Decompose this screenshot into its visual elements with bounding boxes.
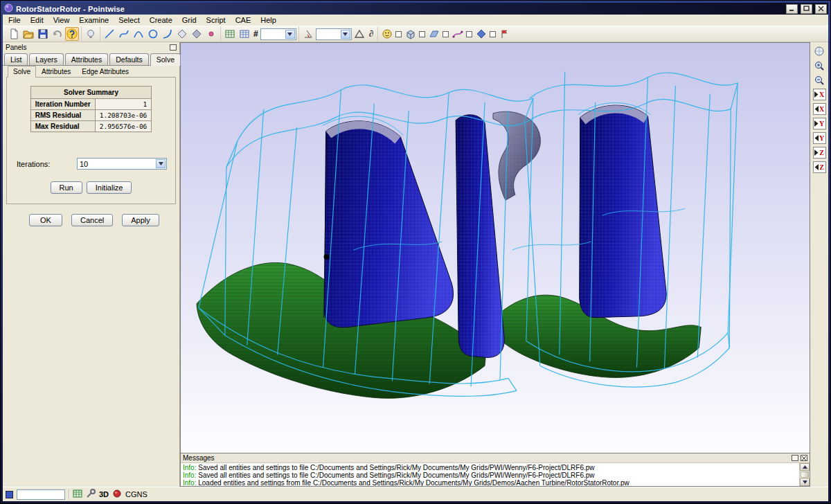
run-button[interactable]: Run	[51, 181, 82, 194]
viewport-3d[interactable]	[180, 42, 810, 453]
scroll-up-icon[interactable]	[800, 463, 810, 471]
menu-file[interactable]: File	[3, 15, 26, 25]
spline-tool-icon[interactable]	[117, 27, 131, 41]
messages-close-icon[interactable]	[801, 455, 807, 461]
color-swatch-icon[interactable]	[6, 491, 13, 498]
iterations-input[interactable]	[78, 160, 155, 168]
menu-edit[interactable]: Edit	[26, 15, 48, 25]
messages-float-icon[interactable]	[792, 455, 798, 461]
undo-icon[interactable]	[51, 27, 64, 41]
zoom-out-icon[interactable]	[813, 73, 826, 87]
connector-curve-icon[interactable]	[451, 27, 465, 41]
tab-defaults[interactable]: Defaults	[109, 53, 149, 65]
diamond-visibility-checkbox[interactable]	[490, 31, 496, 37]
grid-mode-icon[interactable]	[73, 489, 82, 500]
menu-script[interactable]: Script	[202, 15, 231, 25]
cae-solver-icon[interactable]	[112, 489, 122, 500]
tolerance-wrench-icon[interactable]	[86, 489, 96, 500]
viewport-3d-scene[interactable]	[181, 43, 810, 453]
tab-list[interactable]: List	[4, 53, 28, 65]
menu-create[interactable]: Create	[145, 15, 177, 25]
view-minus-x-icon[interactable]: X	[813, 103, 826, 115]
help-icon[interactable]	[65, 27, 79, 41]
status-combo-input[interactable]	[17, 489, 65, 500]
database-face-icon[interactable]	[380, 27, 394, 41]
menu-help[interactable]: Help	[256, 15, 281, 25]
partial-derivative-icon[interactable]: ∂	[367, 28, 375, 39]
toolbar-probe-group	[82, 26, 100, 42]
arc-tool-icon[interactable]	[132, 27, 145, 41]
view-minus-y-icon[interactable]: Y	[813, 132, 826, 144]
inner-tab-solve[interactable]: Solve	[8, 66, 36, 78]
panel-footer-buttons: OK Cancel Apply	[29, 214, 176, 226]
toolbar-mask-group	[378, 26, 514, 42]
point-flag-icon[interactable]	[498, 27, 512, 41]
titlebar[interactable]: RotorStatorRotor - Pointwise	[3, 3, 828, 15]
menu-grid[interactable]: Grid	[177, 15, 202, 25]
dimension-dropdown-icon[interactable]	[285, 30, 295, 39]
solve-inner-tab-row: Solve Attributes Edge Attributes	[6, 66, 176, 77]
line-tool-icon[interactable]	[102, 27, 116, 41]
new-file-icon[interactable]	[7, 27, 21, 41]
solid-tool-icon[interactable]	[190, 27, 204, 41]
open-file-icon[interactable]	[21, 27, 35, 41]
delta-icon[interactable]	[352, 27, 366, 41]
domain-visibility-checkbox[interactable]	[443, 31, 449, 37]
diamond-entity-icon[interactable]	[474, 27, 488, 41]
view-plus-z-icon[interactable]: Z	[813, 147, 826, 159]
distribution-table-icon[interactable]	[238, 27, 251, 41]
menu-view[interactable]: View	[48, 15, 75, 25]
apply-button[interactable]: Apply	[122, 214, 159, 226]
trackball-icon[interactable]	[813, 44, 826, 57]
menu-examine[interactable]: Examine	[74, 15, 114, 25]
ok-button[interactable]: OK	[29, 214, 62, 226]
angle-dropdown-icon[interactable]	[341, 30, 350, 39]
max-residual-value: 2.956576e-06	[95, 121, 152, 132]
iterations-dropdown-icon[interactable]	[156, 159, 166, 168]
inner-tab-attributes[interactable]: Attributes	[36, 66, 76, 77]
cancel-button[interactable]: Cancel	[71, 214, 113, 226]
log-text: Saved all entities and settings to file …	[196, 471, 594, 479]
face-visibility-checkbox[interactable]	[395, 31, 402, 37]
maximize-icon[interactable]	[801, 4, 812, 14]
messages-panel: Messages Info: Saved all entities and se…	[180, 453, 810, 487]
view-minus-z-icon[interactable]: Z	[813, 161, 826, 173]
surface-tool-icon[interactable]	[175, 27, 189, 41]
minimize-icon[interactable]	[786, 4, 798, 14]
scrollbar-track[interactable]	[800, 471, 810, 478]
probe-bulb-icon[interactable]	[84, 27, 98, 41]
panel-float-icon[interactable]	[170, 44, 177, 51]
domain-surface-icon[interactable]	[427, 27, 441, 41]
angle-icon[interactable]	[301, 27, 315, 41]
dimension-hash-label: #	[252, 29, 260, 39]
inner-tab-edge-attributes[interactable]: Edge Attributes	[76, 66, 134, 77]
dimension-mode-label[interactable]: 3D	[99, 490, 109, 498]
view-plus-y-icon[interactable]: Y	[813, 118, 826, 129]
tab-layers[interactable]: Layers	[29, 53, 64, 65]
scroll-down-icon[interactable]	[800, 478, 810, 486]
close-icon[interactable]	[815, 4, 827, 14]
point-tool-icon[interactable]	[204, 27, 218, 41]
block-cube-icon[interactable]	[404, 27, 418, 41]
tab-attributes[interactable]: Attributes	[65, 53, 108, 65]
conic-tool-icon[interactable]	[161, 27, 175, 41]
connector-visibility-checkbox[interactable]	[466, 31, 472, 37]
iterations-label: Iterations:	[17, 160, 50, 168]
dimension-table-icon[interactable]	[223, 27, 237, 41]
zoom-in-icon[interactable]	[813, 59, 826, 72]
solve-group-frame: Solver Summary Iteration Number 1 RMS Re…	[6, 77, 176, 204]
view-plus-x-icon[interactable]: X	[813, 89, 826, 100]
block-visibility-checkbox[interactable]	[419, 31, 425, 37]
scrollbar-thumb[interactable]	[801, 471, 809, 478]
cae-solver-label[interactable]: CGNS	[125, 490, 148, 498]
circle-tool-icon[interactable]	[146, 27, 160, 41]
menu-cae[interactable]: CAE	[231, 15, 256, 25]
selected-point-marker[interactable]	[324, 254, 330, 260]
save-icon[interactable]	[36, 27, 50, 41]
initialize-button[interactable]: Initialize	[87, 181, 132, 194]
dimension-input[interactable]	[261, 29, 285, 39]
tab-solve[interactable]: Solve	[150, 53, 181, 66]
messages-scrollbar[interactable]	[799, 463, 810, 486]
menu-select[interactable]: Select	[114, 15, 145, 25]
angle-input[interactable]	[316, 29, 340, 39]
